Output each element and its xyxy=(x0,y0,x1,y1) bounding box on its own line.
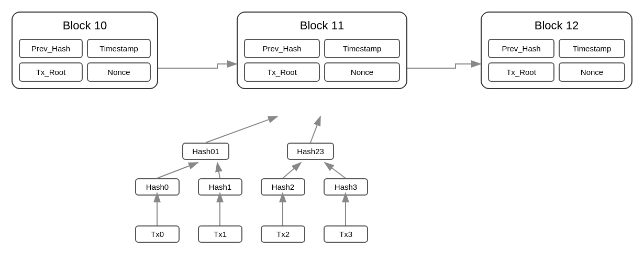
block-12-prev-hash: Prev_Hash xyxy=(488,39,554,58)
block-10-prev-hash: Prev_Hash xyxy=(19,39,83,58)
svg-line-1 xyxy=(206,116,277,143)
block-10-title: Block 10 xyxy=(19,19,151,33)
block-12-title: Block 12 xyxy=(488,19,625,33)
svg-line-3 xyxy=(157,163,198,178)
hash1: Hash1 xyxy=(198,178,242,196)
svg-line-5 xyxy=(283,163,301,178)
main-canvas: Block 10 Prev_Hash Timestamp Tx_Root Non… xyxy=(0,0,644,270)
block-12-nonce: Nonce xyxy=(559,62,625,82)
tx1: Tx1 xyxy=(198,225,242,243)
block-11: Block 11 Prev_Hash Timestamp Tx_Root Non… xyxy=(237,12,407,89)
hash2: Hash2 xyxy=(261,178,305,196)
block-11-nonce: Nonce xyxy=(324,62,400,82)
svg-line-2 xyxy=(310,116,320,143)
tx0: Tx0 xyxy=(135,225,180,243)
block-10-tx-root: Tx_Root xyxy=(19,62,83,82)
svg-line-6 xyxy=(325,163,346,178)
block-10-timestamp: Timestamp xyxy=(87,39,151,58)
block-11-timestamp: Timestamp xyxy=(324,39,400,58)
block-12-timestamp: Timestamp xyxy=(559,39,625,58)
block-10-nonce: Nonce xyxy=(87,62,151,82)
hash3: Hash3 xyxy=(324,178,368,196)
block-11-tx-root: Tx_Root xyxy=(244,62,320,82)
tx3: Tx3 xyxy=(324,225,368,243)
block-11-title: Block 11 xyxy=(244,19,400,33)
hash01: Hash01 xyxy=(182,143,229,160)
block-12: Block 12 Prev_Hash Timestamp Tx_Root Non… xyxy=(481,12,632,89)
block-12-tx-root: Tx_Root xyxy=(488,62,554,82)
block-10: Block 10 Prev_Hash Timestamp Tx_Root Non… xyxy=(12,12,158,89)
svg-line-4 xyxy=(217,163,220,178)
hash0: Hash0 xyxy=(135,178,180,196)
block-11-prev-hash: Prev_Hash xyxy=(244,39,320,58)
hash23: Hash23 xyxy=(287,143,334,160)
tx2: Tx2 xyxy=(261,225,305,243)
